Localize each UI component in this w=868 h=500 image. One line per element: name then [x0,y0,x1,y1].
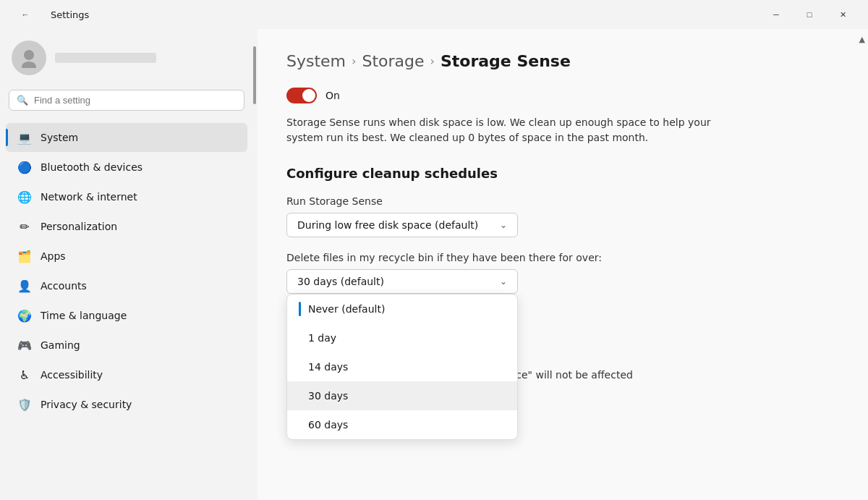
gaming-icon: 🎮 [17,338,32,352]
user-name-placeholder [55,53,156,63]
run-storage-sense-dropdown: During low free disk space (default) ⌄ [286,213,839,237]
personalization-icon: ✏️ [17,219,32,234]
breadcrumb: System › Storage › Storage Sense [286,52,839,70]
dropdown-option[interactable]: Never (default) [287,295,517,323]
sidebar-item-privacy[interactable]: 🛡️ Privacy & security [6,390,247,419]
delete-recycle-dropdown-container: 30 days (default) ⌄ Never (default)1 day… [286,269,839,294]
titlebar-controls: ─ □ ✕ [760,3,859,26]
titlebar-left: ← Settings [9,3,89,26]
delete-recycle-chevron-icon: ⌄ [500,276,507,287]
dropdown-option[interactable]: 14 days [287,352,517,381]
breadcrumb-storage[interactable]: Storage [362,52,424,70]
option-selected-indicator [299,302,301,316]
main-layout: 🔍 💻 System 🔵 Bluetooth & devices 🌐 Netwo… [0,29,868,500]
run-storage-chevron-icon: ⌄ [500,220,507,230]
close-button[interactable]: ✕ [826,3,859,26]
sidebar-scroll-thumb [253,46,256,104]
sidebar-item-label-time: Time & language [41,310,127,321]
sidebar-item-label-privacy: Privacy & security [41,399,132,410]
sidebar-item-label-personalization: Personalization [41,221,117,232]
sidebar-item-bluetooth[interactable]: 🔵 Bluetooth & devices [6,153,247,182]
search-box[interactable]: 🔍 [9,90,244,111]
sidebar-item-label-bluetooth: Bluetooth & devices [41,161,142,173]
storage-sense-toggle[interactable] [286,88,317,103]
toggle-label: On [326,90,340,101]
option-empty-indicator [299,331,301,345]
option-empty-indicator [299,418,301,432]
dropdown-option[interactable]: 1 day [287,323,517,352]
minimize-button[interactable]: ─ [760,3,793,26]
user-section [0,35,253,87]
breadcrumb-system[interactable]: System [286,52,346,70]
accessibility-icon: ♿ [17,368,32,382]
sidebar-item-time[interactable]: 🌍 Time & language [6,301,247,330]
sidebar-item-system[interactable]: 💻 System [6,123,247,152]
time-icon: 🌍 [17,308,32,323]
sidebar-item-label-network: Network & internet [41,191,137,203]
privacy-icon: 🛡️ [17,397,32,412]
titlebar: ← Settings ─ □ ✕ [0,0,868,29]
sidebar-item-gaming[interactable]: 🎮 Gaming [6,331,247,360]
accounts-icon: 👤 [17,279,32,293]
sidebar-item-label-system: System [41,132,78,143]
toggle-row: On [286,88,839,103]
scroll-up-arrow[interactable]: ▲ [859,35,865,44]
apps-icon: 🗂️ [17,249,32,263]
sidebar-item-network[interactable]: 🌐 Network & internet [6,182,247,211]
delete-recycle-value: 30 days (default) [297,276,384,287]
dropdown-option[interactable]: 60 days [287,410,517,439]
description-text: Storage Sense runs when disk space is lo… [286,115,720,145]
svg-point-0 [24,50,34,60]
network-icon: 🌐 [17,190,32,204]
run-storage-sense-select[interactable]: During low free disk space (default) ⌄ [286,213,518,237]
search-icon: 🔍 [17,95,28,106]
search-input[interactable] [34,95,237,106]
run-storage-sense-label: Run Storage Sense [286,195,839,207]
delete-recycle-select[interactable]: 30 days (default) ⌄ [286,269,518,294]
recycle-dropdown-popup: Never (default)1 day14 days30 days60 day… [286,294,518,440]
sidebar-item-label-accounts: Accounts [41,280,87,292]
breadcrumb-sep-2: › [430,54,435,68]
sidebar-item-apps[interactable]: 🗂️ Apps [6,242,247,271]
sidebar-item-label-gaming: Gaming [41,339,80,351]
breadcrumb-sep-1: › [352,54,356,68]
dropdown-option[interactable]: 30 days [287,381,517,410]
run-storage-sense-value: During low free disk space (default) [297,219,478,231]
section-title: Configure cleanup schedules [286,166,839,181]
option-empty-indicator [299,360,301,374]
delete-recycle-label: Delete files in my recycle bin if they h… [286,252,839,263]
sidebar-item-personalization[interactable]: ✏️ Personalization [6,212,247,241]
option-empty-indicator [299,389,301,403]
sidebar: 🔍 💻 System 🔵 Bluetooth & devices 🌐 Netwo… [0,29,253,500]
svg-point-1 [22,62,36,68]
sidebar-item-label-accessibility: Accessibility [41,369,103,381]
content-area: ▲ System › Storage › Storage Sense On St… [258,29,868,500]
avatar [12,41,46,75]
sidebar-item-accessibility[interactable]: ♿ Accessibility [6,360,247,389]
titlebar-title: Settings [51,9,89,20]
back-button[interactable]: ← [9,3,42,26]
system-icon: 💻 [17,130,32,145]
bluetooth-icon: 🔵 [17,160,32,174]
nav-list: 💻 System 🔵 Bluetooth & devices 🌐 Network… [0,119,253,500]
maximize-button[interactable]: □ [793,3,826,26]
sidebar-item-accounts[interactable]: 👤 Accounts [6,271,247,300]
breadcrumb-storage-sense: Storage Sense [441,52,571,70]
sidebar-item-label-apps: Apps [41,250,66,262]
toggle-thumb [302,89,315,102]
